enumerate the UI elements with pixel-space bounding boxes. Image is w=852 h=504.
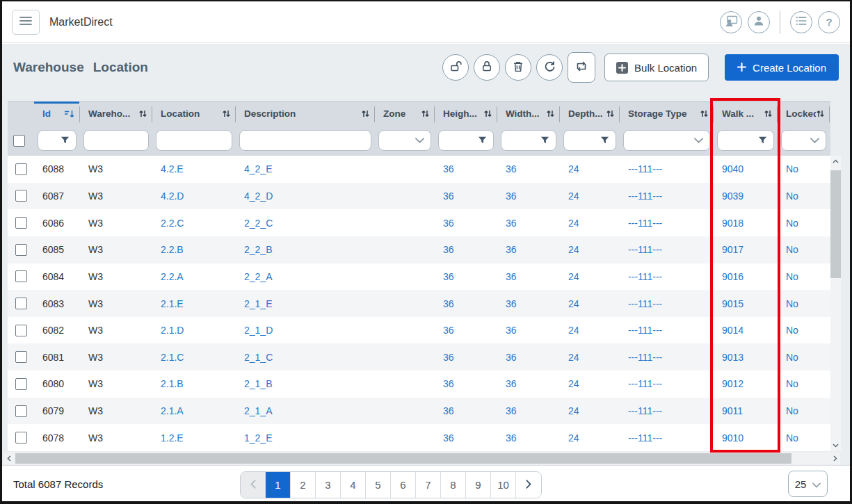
cell-locked[interactable]: No	[778, 190, 830, 202]
cell-description[interactable]: 4_2_E	[236, 163, 375, 174]
row-checkbox[interactable]	[15, 351, 27, 363]
cell-storage_type[interactable]: ---111---	[620, 378, 714, 389]
cell-storage_type[interactable]: ---111---	[620, 405, 714, 416]
cell-location[interactable]: 2.2.C	[152, 218, 236, 229]
cell-locked[interactable]: No	[778, 218, 830, 229]
column-header-id[interactable]: Id	[34, 102, 80, 125]
cell-storage_type[interactable]: ---111---	[620, 271, 714, 282]
cell-depth[interactable]: 24	[560, 432, 620, 444]
cell-width[interactable]: 36	[497, 352, 560, 363]
column-header-locked[interactable]: Locked	[778, 102, 830, 125]
create-location-button[interactable]: Create Location	[725, 54, 839, 81]
cell-locked[interactable]: No	[778, 352, 830, 363]
scroll-up-arrow-icon[interactable]	[830, 156, 841, 167]
cell-width[interactable]: 36	[497, 163, 560, 174]
cell-location[interactable]: 2.1.B	[152, 378, 236, 389]
filter-input-description[interactable]	[239, 130, 371, 151]
vertical-scrollbar-thumb[interactable]	[830, 170, 841, 278]
cell-walk[interactable]: 9017	[714, 244, 778, 255]
cell-height[interactable]: 36	[435, 218, 497, 229]
cell-height[interactable]: 36	[435, 432, 497, 444]
cell-description[interactable]: 4_2_D	[236, 190, 375, 202]
filter-funnel-icon[interactable]	[600, 136, 609, 145]
cell-height[interactable]: 36	[435, 271, 497, 282]
cell-locked[interactable]: No	[778, 432, 830, 444]
cell-location[interactable]: 4.2.E	[152, 163, 236, 174]
cell-depth[interactable]: 24	[560, 218, 620, 229]
cell-walk[interactable]: 9039	[714, 190, 778, 202]
pagination-page-6[interactable]: 6	[391, 472, 416, 498]
column-header-storage_type[interactable]: Storage Type	[620, 102, 714, 125]
select-all-checkbox[interactable]	[13, 135, 25, 147]
cell-storage_type[interactable]: ---111---	[620, 244, 714, 255]
cell-locked[interactable]: No	[778, 378, 830, 389]
cell-depth[interactable]: 24	[560, 405, 620, 416]
cell-walk[interactable]: 9040	[714, 163, 778, 174]
row-checkbox[interactable]	[15, 432, 27, 444]
cell-location[interactable]: 2.2.A	[152, 271, 236, 282]
filter-funnel-icon[interactable]	[758, 136, 767, 145]
help-button[interactable]: ?	[818, 11, 840, 33]
row-checkbox[interactable]	[15, 405, 27, 417]
cell-depth[interactable]: 24	[560, 163, 620, 174]
cell-walk[interactable]: 9013	[714, 352, 778, 363]
row-checkbox[interactable]	[15, 217, 27, 229]
cell-depth[interactable]: 24	[560, 244, 620, 255]
cell-depth[interactable]: 24	[560, 325, 620, 336]
filter-input-warehouse[interactable]	[83, 130, 149, 151]
cell-depth[interactable]: 24	[560, 271, 620, 282]
hamburger-menu-button[interactable]	[12, 10, 40, 35]
cell-walk[interactable]: 9011	[714, 405, 778, 416]
cell-description[interactable]: 2_2_C	[236, 218, 375, 229]
cell-height[interactable]: 36	[435, 163, 497, 174]
cell-width[interactable]: 36	[497, 244, 560, 255]
column-header-walk[interactable]: Walk ...	[714, 102, 778, 125]
cell-depth[interactable]: 24	[560, 378, 620, 389]
cell-location[interactable]: 1.2.E	[152, 432, 236, 444]
list-menu-button[interactable]	[790, 11, 812, 33]
cell-storage_type[interactable]: ---111---	[620, 218, 714, 229]
filter-input-location[interactable]	[156, 130, 232, 151]
row-checkbox[interactable]	[15, 163, 27, 175]
lock-button[interactable]	[474, 54, 500, 81]
bulk-location-button[interactable]: Bulk Location	[604, 54, 709, 81]
cell-location[interactable]: 4.2.D	[152, 190, 236, 202]
cell-width[interactable]: 36	[497, 218, 560, 229]
cell-locked[interactable]: No	[778, 163, 830, 174]
cell-location[interactable]: 2.2.B	[152, 244, 236, 255]
column-header-description[interactable]: Description	[236, 102, 375, 125]
row-checkbox[interactable]	[15, 378, 27, 390]
cell-width[interactable]: 36	[497, 271, 560, 282]
cell-storage_type[interactable]: ---111---	[620, 298, 714, 309]
filter-select-locked[interactable]	[781, 130, 826, 151]
pagination-next-button[interactable]	[516, 472, 541, 498]
pagination-page-3[interactable]: 3	[316, 472, 341, 498]
row-checkbox[interactable]	[15, 190, 27, 202]
cell-locked[interactable]: No	[778, 298, 830, 309]
pagination-page-9[interactable]: 9	[466, 472, 491, 498]
cell-locked[interactable]: No	[778, 325, 830, 336]
cell-walk[interactable]: 9018	[714, 218, 778, 229]
row-checkbox[interactable]	[15, 270, 27, 282]
cell-height[interactable]: 36	[435, 325, 497, 336]
pagination-page-1[interactable]: 1	[266, 472, 291, 498]
scroll-down-arrow-icon[interactable]	[830, 440, 841, 451]
cell-walk[interactable]: 9015	[714, 298, 778, 309]
cell-description[interactable]: 2_1_C	[236, 352, 375, 363]
cell-location[interactable]: 2.1.C	[152, 352, 236, 363]
cell-storage_type[interactable]: ---111---	[620, 325, 714, 336]
pagination-page-2[interactable]: 2	[291, 472, 316, 498]
pagination-page-10[interactable]: 10	[491, 472, 516, 498]
vertical-scrollbar[interactable]	[830, 156, 841, 451]
cell-height[interactable]: 36	[435, 378, 497, 389]
cell-height[interactable]: 36	[435, 352, 497, 363]
delete-button[interactable]	[505, 54, 531, 81]
filter-input-id[interactable]	[38, 130, 77, 151]
filter-funnel-icon[interactable]	[61, 136, 70, 145]
cell-location[interactable]: 2.1.A	[152, 405, 236, 416]
column-header-warehouse[interactable]: Wareho...	[80, 102, 152, 125]
cell-description[interactable]: 1_2_E	[236, 432, 375, 444]
cell-storage_type[interactable]: ---111---	[620, 163, 714, 174]
horizontal-scrollbar-thumb[interactable]	[15, 453, 791, 464]
cell-description[interactable]: 2_1_A	[236, 405, 375, 416]
